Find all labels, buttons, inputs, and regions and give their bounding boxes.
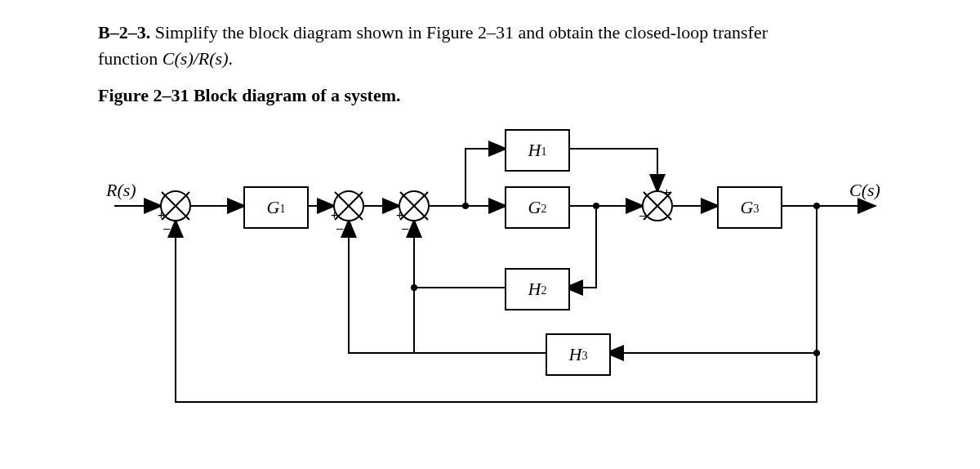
sign-plus: + bbox=[396, 208, 403, 221]
pickoff-node bbox=[813, 203, 820, 209]
sign-plus: + bbox=[331, 208, 338, 221]
transfer-function: C(s)/R(s) bbox=[163, 48, 229, 69]
sign-minus: – bbox=[336, 221, 343, 234]
pickoff-node bbox=[593, 203, 599, 209]
problem-period: . bbox=[228, 48, 233, 69]
pickoff-node bbox=[462, 203, 469, 209]
block-diagram: + – + – + – + – G1 G2 G3 H1 H2 H3 R(s) C… bbox=[106, 116, 890, 418]
block-g2: G2 bbox=[505, 186, 570, 229]
block-h1: H1 bbox=[505, 129, 570, 172]
sign-minus: – bbox=[639, 208, 646, 221]
problem-statement: B–2–3. Simplify the block diagram shown … bbox=[98, 20, 882, 72]
block-g3: G3 bbox=[717, 186, 782, 229]
figure-caption: Figure 2–31 Block diagram of a system. bbox=[98, 85, 882, 106]
pickoff-node bbox=[411, 284, 417, 291]
block-h2: H2 bbox=[505, 268, 570, 310]
sign-plus: + bbox=[663, 185, 670, 199]
sign-minus: – bbox=[163, 221, 170, 234]
problem-text-1: Simplify the block diagram shown in Figu… bbox=[155, 22, 768, 42]
problem-text-2: function bbox=[98, 48, 163, 69]
problem-id: B–2–3. bbox=[98, 22, 150, 42]
block-h3: H3 bbox=[546, 333, 611, 376]
sign-minus: – bbox=[402, 221, 408, 234]
output-label: C(s) bbox=[849, 180, 880, 201]
block-g1: G1 bbox=[243, 186, 309, 229]
sign-plus: + bbox=[158, 208, 165, 221]
wires bbox=[106, 116, 890, 418]
pickoff-node bbox=[813, 350, 820, 356]
input-label: R(s) bbox=[106, 180, 136, 201]
